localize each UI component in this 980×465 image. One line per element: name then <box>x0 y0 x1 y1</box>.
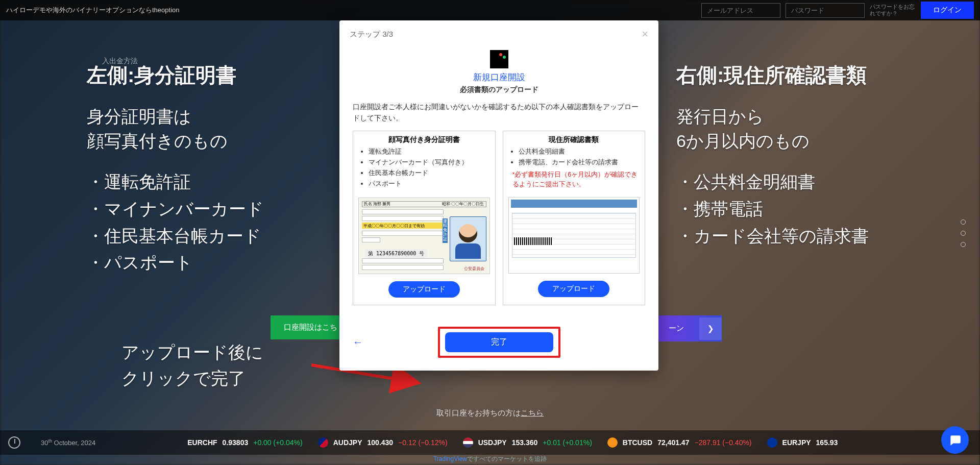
annotation-right-sub: 発行日から 6か月以内のもの <box>676 105 957 153</box>
ticker-change: +0.01 (+0.01%) <box>543 438 592 447</box>
annotation-left-item: 運転免許証 <box>87 168 342 195</box>
ticker-item[interactable]: AUDJPY 100.430 −0.12 (−0.12%) <box>318 437 448 448</box>
modal-header: ステップ 3/3 × <box>339 20 658 43</box>
id-card-item: 運転免許証 <box>369 146 490 157</box>
address-document-card: 現住所確認書類 公共料金明細書 携帯電話、カード会社等の請求書 *必ず書類発行日… <box>503 131 646 305</box>
ticker-item[interactable]: EURJPY 165.93 <box>767 437 838 448</box>
id-row <box>362 258 444 263</box>
annotation-right-item: 公共料金明細書 <box>676 168 957 195</box>
ticker-item[interactable]: BTCUSD 72,401.47 −287.91 (−0.40%) <box>607 437 752 448</box>
brand-logo-icon <box>490 50 508 68</box>
flag-icon <box>463 437 473 448</box>
address-card-note: *必ず書類発行日（6ヶ月以内）が確認できるようにご提出下さい。 <box>508 170 640 189</box>
id-face-photo-icon <box>450 216 486 261</box>
topbar: ハイローデモや海外のバイナリーオプションならtheoption パスワードをお忘… <box>0 0 980 20</box>
carousel-dots <box>961 219 966 247</box>
modal-step-label: ステップ 3/3 <box>350 30 393 39</box>
modal-footer: ← 完了 <box>339 327 658 358</box>
forgot-password-link[interactable]: パスワードをお忘れですか？ <box>870 4 916 17</box>
chat-icon <box>948 433 962 447</box>
bill-table-grid <box>512 213 636 258</box>
chat-bubble-button[interactable] <box>941 426 969 454</box>
bill-header-bar <box>511 200 638 208</box>
id-card-list: 運転免許証 マイナンバーカード（写真付き） 住民基本台帳カード パスポート <box>358 146 490 189</box>
email-input[interactable] <box>701 3 780 18</box>
annotation-right-item: カード会社等の請求書 <box>676 223 957 250</box>
id-card-item: 住民基本台帳カード <box>369 168 490 179</box>
address-card-item: 携帯電話、カード会社等の請求書 <box>519 157 640 168</box>
ticker-symbol: AUDJPY <box>333 438 362 447</box>
ticker-item[interactable]: USDJPY 153.360 +0.01 (+0.01%) <box>463 437 592 448</box>
id-sample-image: 氏名 海部 勝男 昭和 〇〇年〇月〇日生 平成〇〇年〇〇月〇〇日まで有効 運転免… <box>358 198 490 274</box>
annotation-left-item: 住民基本台帳カード <box>87 223 342 250</box>
upload-address-button[interactable]: アップロード <box>538 281 609 297</box>
id-name-row: 氏名 海部 勝男 昭和 〇〇年〇月〇日生 <box>362 201 486 207</box>
tagline-text: ハイローデモや海外のバイナリーオプションならtheoption <box>6 6 701 15</box>
id-row <box>362 216 444 221</box>
annotation-bl-l1: アップロード後に <box>121 339 263 365</box>
finish-button[interactable]: 完了 <box>445 332 553 352</box>
ticker-item[interactable]: EURCHF 0.93803 +0.00 (+0.04%) <box>187 438 302 447</box>
annotation-right-heading: 右側:現住所確認書類 <box>676 61 957 89</box>
login-button[interactable]: ログイン <box>921 2 974 19</box>
ticker-symbol: BTCUSD <box>623 438 652 447</box>
ticker-price: 72,401.47 <box>657 438 689 447</box>
id-number: 第 1234567890000 号 <box>365 249 427 258</box>
address-card-item: 公共料金明細書 <box>519 146 640 157</box>
annotation-bl-l2: クリックで完了 <box>121 365 263 391</box>
annotation-right-list: 公共料金明細書 携帯電話 カード会社等の請求書 <box>676 168 957 249</box>
annotation-left-item: マイナンバーカード <box>87 195 342 223</box>
modal-description: 口座開設者ご本人様にお間違いがないかを確認するため以下の本人確認書類をアップロー… <box>339 102 658 124</box>
market-ticker: 30th October, 2024 EURCHF 0.93803 +0.00 … <box>0 430 980 455</box>
carousel-dot[interactable] <box>961 219 966 225</box>
upload-modal: ステップ 3/3 × 新規口座開設 必須書類のアップロード 口座開設者ご本人様に… <box>339 20 658 371</box>
finish-highlight-box: 完了 <box>438 327 560 358</box>
ticker-change: +0.00 (+0.04%) <box>253 438 303 447</box>
chevron-right-icon: ❯ <box>699 317 722 340</box>
modal-subtitle: 必須書類のアップロード <box>339 85 658 94</box>
flag-icon <box>607 437 618 448</box>
annotation-right-item: 携帯電話 <box>676 195 957 223</box>
id-row <box>362 209 444 214</box>
clock-icon <box>8 436 20 449</box>
annotation-bottom-left: アップロード後に クリックで完了 <box>121 339 263 391</box>
id-row <box>362 231 444 236</box>
bill-sample-image <box>508 197 640 274</box>
existing-account-label: 取引口座をお持ちの方は <box>436 408 521 417</box>
tradingview-credit[interactable]: TradingViewですべてのマーケットを追跡 <box>0 453 980 465</box>
ticker-symbol: EURJPY <box>782 438 811 447</box>
password-input[interactable] <box>786 3 865 18</box>
annotation-left-sub: 身分証明書は 顔写真付きのもの <box>87 105 342 153</box>
back-arrow-icon[interactable]: ← <box>353 336 363 348</box>
barcode-icon <box>514 237 552 245</box>
campaign-button-label: ーン <box>669 324 684 333</box>
address-card-title: 現住所確認書類 <box>508 135 640 144</box>
ticker-price: 0.93803 <box>223 438 249 447</box>
flag-icon <box>318 437 328 448</box>
modal-title-link[interactable]: 新規口座開設 <box>339 71 658 83</box>
ticker-change: −287.91 (−0.40%) <box>694 438 751 447</box>
upload-id-button[interactable]: アップロード <box>388 281 460 298</box>
annotation-right: 右側:現住所確認書類 発行日から 6か月以内のもの 公共料金明細書 携帯電話 カ… <box>676 61 957 249</box>
id-card-item: マイナンバーカード（写真付き） <box>369 157 490 168</box>
ticker-price: 100.430 <box>368 438 394 447</box>
carousel-dot[interactable] <box>961 231 966 236</box>
id-row <box>362 265 444 270</box>
address-card-list: 公共料金明細書 携帯電話、カード会社等の請求書 <box>508 146 640 168</box>
id-card-item: パスポート <box>369 179 490 189</box>
open-account-button[interactable]: 口座開設はこち <box>271 315 351 339</box>
ticker-symbol: USDJPY <box>478 438 507 447</box>
tradingview-brand: TradingView <box>433 455 467 462</box>
ticker-symbol: EURCHF <box>187 438 217 447</box>
campaign-button[interactable]: ーン ❯ <box>657 315 722 341</box>
id-document-card: 顔写真付き身分証明書 運転免許証 マイナンバーカード（写真付き） 住民基本台帳カ… <box>353 131 496 305</box>
existing-account-link[interactable]: こちら <box>521 408 544 417</box>
id-row <box>362 237 380 242</box>
annotation-left-item: パスポート <box>87 249 342 276</box>
carousel-dot[interactable] <box>961 242 966 247</box>
login-group: パスワードをお忘れですか？ ログイン <box>701 2 974 19</box>
ticker-price: 165.93 <box>816 438 838 447</box>
existing-account-text: 取引口座をお持ちの方はこちら <box>436 408 544 418</box>
annotation-left-list: 運転免許証 マイナンバーカード 住民基本台帳カード パスポート <box>87 168 342 276</box>
close-icon[interactable]: × <box>642 28 648 41</box>
